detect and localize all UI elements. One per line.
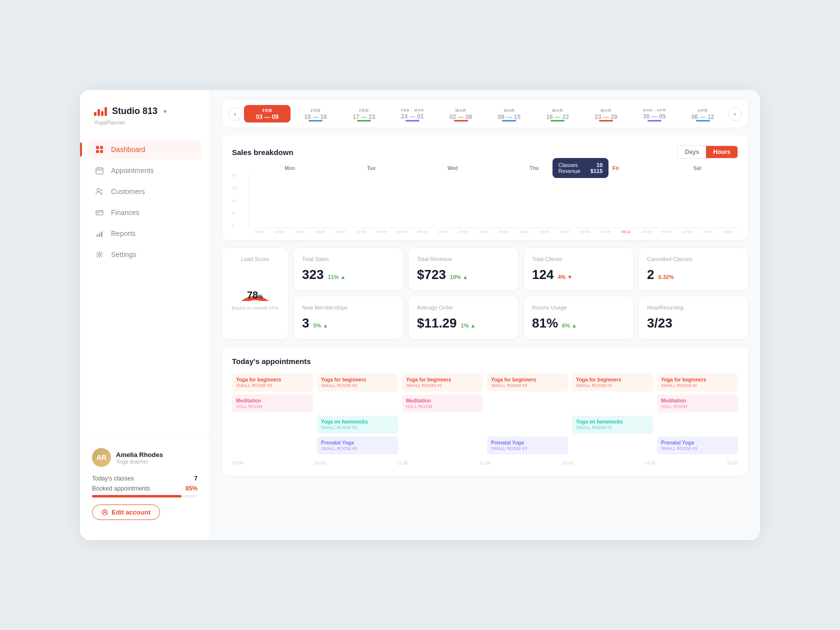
- sidebar-item-customers[interactable]: Customers: [88, 182, 202, 202]
- kpi-card-load-score: Load Score 78% Based on overall KPIs: [222, 248, 288, 339]
- appt-block-6-2[interactable]: Meditation HALL ROOM: [657, 394, 738, 412]
- date-tab-5[interactable]: MAR 09 — 15: [486, 105, 532, 122]
- date-tab-9[interactable]: APR 06 — 12: [680, 105, 726, 122]
- cancelled-classes-badge: 0.32%: [658, 274, 674, 280]
- appt-block-6-4[interactable]: Prenatal Yoga SMALL ROOM #3: [657, 436, 738, 454]
- appt-block-1-2[interactable]: Meditation HALL ROOM: [232, 394, 313, 412]
- appt-col-3: Yoga for beginners SMALL ROOM #2 Meditat…: [402, 374, 483, 454]
- appt-block-3-2[interactable]: Meditation HALL ROOM: [402, 394, 483, 412]
- appointment-time-labels: 09:00 10:00 11:00 12:00 13:00 14:00 15:0…: [232, 460, 738, 466]
- date-tab-4[interactable]: MAR 02 — 08: [438, 105, 484, 122]
- date-prev-button[interactable]: ‹: [228, 107, 242, 121]
- cancelled-classes-value: 2: [647, 267, 654, 282]
- appt-block-2-4[interactable]: Prenatal Yoga SMALL ROOM #3: [317, 436, 398, 454]
- tooltip-revenue-label: Revenue: [558, 168, 580, 174]
- room-name: SMALL ROOM #3: [491, 446, 564, 451]
- total-sales-label: Total Sales: [302, 256, 395, 262]
- chart-toggle-days[interactable]: Days: [678, 146, 706, 158]
- class-name: Yoga for beginners: [406, 377, 479, 382]
- date-tab-3[interactable]: FEB - MAR 24 — 01: [389, 105, 436, 122]
- date-tab-8[interactable]: MAR - APR 30 — 05: [631, 105, 678, 122]
- svg-point-11: [98, 254, 101, 256]
- appt-block-2-3[interactable]: Yoga on hammocks SMALL ROOM #1: [317, 416, 398, 434]
- new-returning-label: New/Returning: [647, 304, 740, 310]
- kpi-card-new-memberships: New Memberships 3 5% ▲: [294, 296, 403, 339]
- date-tab-3-underline: [406, 120, 420, 122]
- class-name: Prenatal Yoga: [321, 440, 394, 446]
- appt-col-5: Yoga for beginners SMALL ROOM #2 Yoga on…: [572, 374, 653, 454]
- date-tab-2-range: 17 — 23: [352, 114, 375, 120]
- date-tab-1[interactable]: FEB 10 — 16: [292, 105, 339, 122]
- appt-block-6-1[interactable]: Yoga for beginners SMALL ROOM #2: [657, 374, 738, 392]
- logo-bar-3: [101, 111, 104, 116]
- date-tab-5-month: MAR: [504, 108, 514, 113]
- time-label-1000: 10:00: [314, 460, 326, 466]
- appt-block-3-1[interactable]: Yoga for beginners SMALL ROOM #2: [402, 374, 483, 392]
- finances-label: Finances: [111, 208, 140, 216]
- new-memberships-value: 3: [302, 316, 309, 331]
- user-info: AR Amelia Rhodes Yoga teacher: [92, 448, 198, 467]
- kpi-card-average-order: Average Order $11.29 1% ▲: [409, 296, 518, 339]
- sidebar-item-dashboard[interactable]: Dashboard: [88, 140, 202, 160]
- appointments-grid: Yoga for beginners SMALL ROOM #2 Meditat…: [232, 374, 738, 454]
- studio-dropdown-icon[interactable]: ▾: [164, 108, 166, 115]
- date-next-button[interactable]: ›: [728, 107, 742, 121]
- user-name: Amelia Rhodes: [116, 451, 163, 458]
- room-name: SMALL ROOM #3: [661, 446, 734, 451]
- date-tab-8-range: 30 — 05: [643, 113, 666, 120]
- date-tab-7-month: MAR: [600, 108, 612, 113]
- rooms-usage-label: Rooms Usage: [532, 304, 625, 310]
- edit-account-button[interactable]: Edit account: [92, 504, 160, 520]
- sidebar-nav: Dashboard Appointments: [80, 140, 210, 432]
- chart-day-labels: Mon Tue Wed Thu Fri Sat: [232, 166, 738, 171]
- chart-toggle-hours[interactable]: Hours: [706, 146, 738, 158]
- sidebar-item-finances[interactable]: Finances: [88, 202, 202, 222]
- svg-point-5: [97, 188, 100, 192]
- new-returning-value-row: 3/23: [647, 316, 740, 331]
- total-revenue-label: Total Revenue: [417, 256, 510, 262]
- date-tab-5-range: 09 — 15: [498, 114, 520, 120]
- sidebar-item-settings[interactable]: Settings: [88, 244, 202, 264]
- date-tab-8-underline: [648, 120, 662, 122]
- appt-empty-6-3: [657, 416, 738, 434]
- date-tab-0[interactable]: FEB 03 — 09: [244, 105, 290, 122]
- gauge-wrap: 78%: [230, 271, 280, 301]
- date-tab-6[interactable]: MAR 16 — 22: [534, 105, 581, 122]
- class-name: Meditation: [406, 398, 479, 404]
- svg-rect-8: [96, 234, 98, 237]
- appt-block-2-1[interactable]: Yoga for beginners SMALL ROOM #2: [317, 374, 398, 392]
- sidebar-item-reports[interactable]: Reports: [88, 224, 202, 244]
- total-clients-value-row: 124 4% ▼: [532, 267, 625, 282]
- appt-col-1: Yoga for beginners SMALL ROOM #2 Meditat…: [232, 374, 313, 454]
- class-name: Prenatal Yoga: [661, 440, 734, 446]
- appt-block-4-1[interactable]: Yoga for beginners SMALL ROOM #2: [487, 374, 568, 392]
- day-label-tue: Tue: [330, 166, 412, 171]
- sidebar-item-appointments[interactable]: Appointments: [88, 160, 202, 180]
- svg-rect-2: [96, 150, 99, 153]
- total-sales-value: 323: [302, 267, 324, 282]
- date-tab-2[interactable]: FEB 17 — 23: [341, 105, 388, 122]
- date-tab-7[interactable]: MAR 23 — 29: [583, 105, 630, 122]
- tooltip-revenue-value: $115: [590, 168, 602, 174]
- appt-block-5-3[interactable]: Yoga on hammocks SMALL ROOM #1: [572, 416, 653, 434]
- date-tab-3-month: FEB - MAR: [401, 108, 424, 112]
- reports-icon: [95, 229, 104, 238]
- date-tab-0-range: 03 — 09: [256, 114, 278, 120]
- class-name: Meditation: [236, 398, 309, 404]
- kpi-col-4: Total Clients 124 4% ▼ Rooms Usage 81% 6…: [524, 248, 633, 339]
- chart-toggle: Days Hours: [678, 146, 738, 158]
- appt-block-1-1[interactable]: Yoga for beginners SMALL ROOM #2: [232, 374, 313, 392]
- y-label-0: 0: [232, 224, 246, 228]
- appt-block-4-4[interactable]: Prenatal Yoga SMALL ROOM #3: [487, 436, 568, 454]
- room-name: HALL ROOM: [236, 404, 309, 409]
- appointments-label: Appointments: [111, 166, 154, 174]
- time-label-1400: 14:00: [644, 460, 656, 466]
- appt-block-5-1[interactable]: Yoga for beginners SMALL ROOM #2: [572, 374, 653, 392]
- svg-rect-0: [96, 146, 99, 149]
- time-label-1200: 12:00: [480, 460, 491, 466]
- average-order-value: $11.29: [417, 316, 457, 331]
- room-name: HALL ROOM: [406, 404, 479, 409]
- svg-rect-9: [99, 233, 100, 237]
- cancelled-classes-value-row: 2 0.32%: [647, 267, 740, 282]
- studio-name: Studio 813: [112, 106, 158, 116]
